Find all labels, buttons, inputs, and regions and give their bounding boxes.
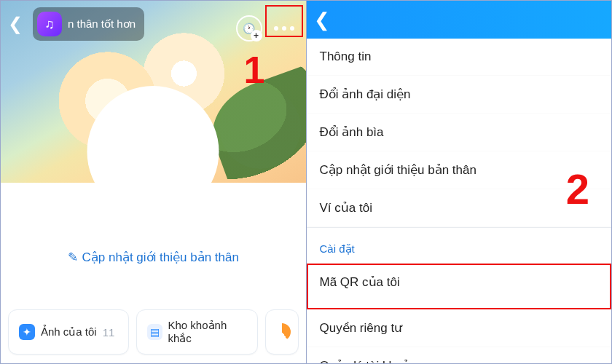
pill-my-photos[interactable]: ✦ Ảnh của tôi 11 — [8, 309, 129, 355]
row-privacy[interactable]: Quyền riêng tư — [307, 309, 612, 347]
display-name-placeholder — [87, 223, 219, 242]
settings-header: ❮ — [307, 1, 612, 39]
screen-settings-menu: ❮ Thông tin Đổi ảnh đại diện Đổi ảnh bìa… — [307, 1, 612, 363]
annotation-step-1: 1 — [244, 48, 265, 92]
profile-pill-row: ✦ Ảnh của tôi 11 ▤ Kho khoảnh khắc — [8, 309, 299, 355]
row-change-avatar[interactable]: Đổi ảnh đại diện — [307, 76, 612, 114]
pill-moments-label: Kho khoảnh khắc — [168, 319, 247, 345]
music-chip[interactable]: ♫ n thân tốt hơn — [33, 7, 144, 41]
row-info[interactable]: Thông tin — [307, 39, 612, 76]
tutorial-two-screens: ❮ ♫ n thân tốt hơn 🕐 ✎Cập nhật giới thiệ… — [0, 0, 612, 364]
update-bio-link[interactable]: ✎Cập nhật giới thiệu bản thân — [1, 250, 306, 265]
header-title-blurred — [336, 12, 423, 28]
pill-moments[interactable]: ▤ Kho khoảnh khắc — [136, 309, 257, 355]
photo-icon: ✦ — [19, 324, 35, 340]
back-icon[interactable]: ❮ — [314, 9, 336, 31]
row-account-mgmt[interactable]: Quản lý tài khoản — [307, 347, 612, 363]
avatar[interactable] — [90, 88, 217, 215]
music-note-icon: ♫ — [37, 12, 62, 36]
pill-story[interactable] — [265, 309, 299, 355]
pencil-icon: ✎ — [68, 250, 78, 265]
topbar-right-group: 🕐 — [236, 15, 300, 41]
screen-profile: ❮ ♫ n thân tốt hơn 🕐 ✎Cập nhật giới thiệ… — [1, 1, 307, 363]
more-button[interactable] — [268, 15, 300, 41]
pill-my-photos-count: 11 — [103, 326, 115, 339]
music-chip-label: n thân tốt hơn — [68, 17, 136, 31]
section-settings: Cài đặt — [307, 228, 612, 264]
story-ring-icon — [273, 323, 291, 341]
pill-my-photos-label: Ảnh của tôi — [41, 325, 97, 339]
history-icon[interactable]: 🕐 — [236, 15, 262, 41]
moments-icon: ▤ — [147, 324, 162, 340]
profile-topbar: ❮ ♫ n thân tốt hơn 🕐 — [1, 8, 306, 40]
row-my-qr[interactable]: Mã QR của tôi — [307, 264, 612, 309]
annotation-step-2: 2 — [566, 165, 589, 213]
back-icon[interactable]: ❮ — [1, 14, 30, 34]
update-bio-label: Cập nhật giới thiệu bản thân — [82, 250, 239, 264]
row-change-cover[interactable]: Đổi ảnh bìa — [307, 114, 612, 151]
